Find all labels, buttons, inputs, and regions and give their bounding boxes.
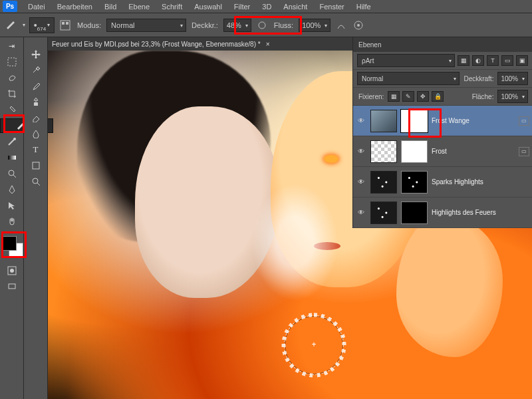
layer-thumb[interactable] [370,201,397,224]
airbrush-icon[interactable] [334,19,348,32]
lock-position-icon[interactable]: ✥ [417,91,429,102]
svg-point-8 [13,138,16,140]
close-icon[interactable]: × [266,41,270,48]
visibility-icon[interactable]: 👁 [356,117,366,124]
brush-size-value: 674 [37,26,46,32]
pressure-size-icon[interactable] [352,19,365,32]
opacity-value: 48% [227,21,241,29]
layer-mask-thumb[interactable] [401,110,428,132]
path-select-tool[interactable] [3,198,21,213]
dodge-tool[interactable] [3,166,21,181]
foreground-color[interactable] [2,236,17,251]
menu-edit[interactable]: Bearbeiten [52,1,98,12]
tool-column-right: T [24,37,48,399]
visibility-icon[interactable]: 👁 [356,178,366,186]
blur-tool[interactable] [27,126,45,141]
layer-name[interactable]: Sparks Highlights [432,178,529,186]
filter-pixel-icon[interactable]: ▦ [458,55,469,66]
layer-list: 👁 Frost Wange ▭ 👁 Frost ▭ 👁 Sparks Highl… [353,106,532,228]
link-icon[interactable]: ▭ [519,116,529,126]
menu-file[interactable]: Datei [23,1,51,12]
collapse-icon[interactable]: ⇥ [3,39,21,53]
layer-row[interactable]: 👁 Frost Wange ▭ [353,106,532,136]
menu-3d[interactable]: 3D [257,1,277,12]
layer-filter-select[interactable]: ρ Art▾ [357,54,455,67]
pressure-opacity-icon[interactable] [255,19,269,32]
pen-tool[interactable] [3,182,21,197]
healing-tool[interactable] [3,102,21,117]
menu-help[interactable]: Hilfe [351,1,376,12]
blend-mode-value: Normal [111,21,134,29]
layer-thumb[interactable] [370,140,397,163]
link-icon[interactable]: ▭ [519,147,529,156]
clone-tool[interactable] [27,94,45,109]
filter-smart-icon[interactable]: ▣ [516,55,528,66]
layer-mask-thumb[interactable] [401,201,428,224]
eyedrop-tool[interactable] [27,78,45,93]
crop-tool[interactable] [3,86,21,101]
visibility-icon[interactable]: 👁 [356,148,366,155]
hand-tool[interactable] [3,214,21,229]
visibility-icon[interactable]: 👁 [356,209,366,216]
opacity-input[interactable]: 48%▾ [223,19,251,32]
lock-pixels-icon[interactable]: ✎ [402,91,414,102]
filter-type-icon[interactable]: T [487,55,499,66]
menu-window[interactable]: Fenster [314,1,349,12]
filter-shape-icon[interactable]: ▭ [501,55,513,66]
svg-rect-15 [34,102,38,106]
menu-bar: Ps Datei Bearbeiten Bild Ebene Schrift A… [0,0,532,13]
gradient-tool[interactable] [3,150,21,165]
lock-all-icon[interactable]: 🔒 [432,91,444,102]
svg-rect-14 [9,284,15,289]
zoom-tool[interactable] [27,174,45,189]
menu-filter[interactable]: Filter [229,1,255,12]
menu-layer[interactable]: Ebene [123,1,155,12]
layers-title[interactable]: Ebenen [358,41,381,49]
wand-tool[interactable] [27,63,45,77]
workspace: ⇥ T Feuer und Eis by MDI.psd be [0,37,532,399]
history-brush-tool[interactable] [3,134,21,149]
lock-transparent-icon[interactable]: ▦ [388,91,400,102]
svg-rect-6 [8,58,16,66]
layer-row[interactable]: 👁 Sparks Highlights [353,167,532,198]
svg-point-13 [10,269,14,273]
flow-input[interactable]: 100%▾ [299,19,331,32]
layer-fill-input[interactable]: 100%▾ [497,90,528,103]
layer-opacity-input[interactable]: 100%▾ [497,72,528,85]
layer-filter-value: Art [366,57,374,65]
menu-image[interactable]: Bild [99,1,122,12]
svg-rect-9 [8,156,16,160]
layer-name[interactable]: Frost [432,148,515,155]
layer-name[interactable]: Highlights des Feuers [432,209,529,216]
layer-mask-thumb[interactable] [401,140,428,163]
layer-thumb[interactable] [370,110,397,132]
type-tool[interactable]: T [27,142,45,157]
color-swatches[interactable] [0,234,24,258]
layer-mask-thumb[interactable] [401,171,428,194]
shape-tool[interactable] [27,158,45,173]
filter-adjust-icon[interactable]: ◐ [472,55,484,66]
screenmode-icon[interactable] [3,279,21,294]
tool-preset-icon[interactable] [5,19,19,32]
layer-row[interactable]: 👁 Highlights des Feuers [353,198,532,228]
options-bar: ▾ • 674 ▾ Modus: Normal▾ Deckkr.: 48%▾ F… [0,13,532,37]
menu-type[interactable]: Schrift [156,1,188,12]
brush-panel-icon[interactable] [59,19,72,32]
eraser-tool[interactable] [27,110,45,125]
svg-rect-2 [66,22,68,25]
svg-point-10 [9,170,14,176]
layers-panel: Ebenen ρ Art▾ ▦ ◐ T ▭ ▣ Normal▾ Deckkraf… [352,37,532,228]
move-tool[interactable] [27,47,45,61]
layer-thumb[interactable] [370,171,397,194]
quickmask-icon[interactable] [3,263,21,278]
menu-view[interactable]: Ansicht [278,1,313,12]
layer-name[interactable]: Frost Wange [432,117,515,124]
layer-row[interactable]: 👁 Frost ▭ [353,136,532,167]
menu-select[interactable]: Auswahl [189,1,227,12]
marquee-tool[interactable] [3,55,21,69]
brush-size-preview[interactable]: • 674 ▾ [29,17,55,33]
svg-point-3 [259,22,265,29]
lasso-tool[interactable] [3,70,21,85]
blend-mode-select[interactable]: Normal▾ [106,19,186,32]
layer-blend-select[interactable]: Normal▾ [357,72,460,85]
